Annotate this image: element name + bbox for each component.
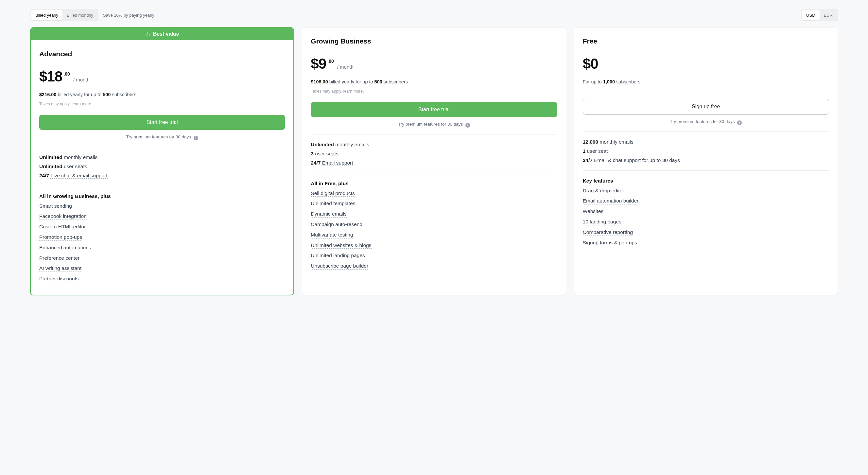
- feature-list: Sell digital products Unlimited template…: [311, 190, 557, 274]
- info-icon[interactable]: i: [194, 136, 198, 140]
- tax-line: Taxes may apply, learn more.: [311, 89, 557, 94]
- core-feature: 24/7 Email support: [311, 160, 557, 166]
- learn-more-link[interactable]: learn more: [343, 89, 363, 94]
- price-cents: .00: [328, 59, 334, 64]
- try-premium-line: Try premium features for 30 days i: [583, 119, 829, 124]
- feature-item: Email automation builder: [583, 198, 639, 204]
- feature-item: 10 landing pages: [583, 219, 621, 226]
- price-period: / month: [337, 64, 353, 70]
- plan-card-growing-business: Growing Business $9 .00 / month $108.00 …: [302, 27, 566, 295]
- feature-item: Signup forms & pop-ups: [583, 240, 637, 246]
- try-premium-line: Try premium features for 30 days i: [39, 135, 285, 140]
- feature-section-head: All in Growing Business, plus: [39, 193, 285, 199]
- feature-item: Sell digital products: [311, 190, 354, 197]
- feature-list: Drag & drop editor Email automation buil…: [583, 188, 829, 250]
- feature-item: Partner discounts: [39, 276, 79, 282]
- plan-name: Free: [583, 37, 829, 45]
- feature-section-head: All in Free, plus: [311, 181, 557, 186]
- top-bar: Billed yearly Billed monthly Save 10% by…: [30, 9, 838, 21]
- core-feature: 24/7 Live chat & email support: [39, 173, 285, 179]
- feature-item: Promotion pop-ups: [39, 234, 82, 241]
- feature-item: Drag & drop editor: [583, 188, 624, 194]
- feature-item: Dynamic emails: [311, 211, 346, 217]
- info-icon[interactable]: i: [737, 120, 742, 125]
- core-feature: 1 user seat: [583, 148, 829, 154]
- billed-monthly-tab[interactable]: Billed monthly: [62, 10, 97, 20]
- divider: [39, 147, 285, 147]
- feature-item: Campaign auto-resend: [311, 221, 362, 228]
- divider: [311, 173, 557, 173]
- core-feature: Unlimited monthly emails: [311, 142, 557, 148]
- price-main: $18: [39, 68, 62, 85]
- top-left-controls: Billed yearly Billed monthly Save 10% by…: [30, 9, 154, 21]
- price-row: $18 .00 / month: [39, 68, 285, 85]
- best-value-banner: Best value: [31, 28, 293, 40]
- billing-line: $216.00 billed yearly for up to 500 subs…: [39, 92, 285, 97]
- price-period: / month: [73, 77, 90, 83]
- price-main: $0: [583, 56, 598, 72]
- try-premium-line: Try premium features for 30 days i: [311, 122, 557, 127]
- divider: [583, 171, 829, 171]
- feature-item: Unsubscribe page builder: [311, 263, 368, 270]
- start-free-trial-button[interactable]: Start free trial: [39, 115, 285, 130]
- plan-card-advanced: Best value Advanced $18 .00 / month $216…: [30, 27, 294, 295]
- pricing-cards: Best value Advanced $18 .00 / month $216…: [30, 27, 838, 295]
- core-feature: Unlimited user seats: [39, 164, 285, 170]
- feature-item: Websites: [583, 208, 603, 215]
- save-hint: Save 10% by paying yearly: [103, 13, 154, 18]
- currency-eur-tab[interactable]: EUR: [819, 10, 837, 20]
- feature-item: Unlimited templates: [311, 201, 355, 207]
- start-free-trial-button[interactable]: Start free trial: [311, 102, 557, 117]
- price-cents: .00: [63, 71, 70, 77]
- plan-name: Advanced: [39, 50, 285, 58]
- feature-item: Comparative reporting: [583, 229, 633, 236]
- divider: [583, 131, 829, 132]
- billing-line: $108.00 billed yearly for up to 500 subs…: [311, 79, 557, 84]
- feature-item: AI writing assistant: [39, 265, 82, 272]
- core-feature: 24/7 Email & chat support for up to 30 d…: [583, 157, 829, 163]
- feature-item: Unlimited websites & blogs: [311, 242, 371, 249]
- plan-card-free: Free $0 For up to 1,000 subscribers Sign…: [574, 27, 838, 295]
- tax-line: Taxes may apply, learn more.: [39, 102, 285, 106]
- feature-item: Custom HTML editor: [39, 224, 86, 230]
- feature-list: Smart sending Facebook integration Custo…: [39, 203, 285, 287]
- core-feature: 12,000 monthly emails: [583, 139, 829, 145]
- feature-item: Smart sending: [39, 203, 72, 210]
- billing-line: For up to 1,000 subscribers: [583, 79, 829, 84]
- price-main: $9: [311, 56, 326, 72]
- info-icon[interactable]: i: [465, 123, 470, 127]
- best-value-label: Best value: [153, 31, 179, 37]
- feature-item: Enhanced automations: [39, 245, 91, 251]
- divider: [39, 186, 285, 186]
- sign-up-free-button[interactable]: Sign up free: [583, 99, 829, 115]
- price-row: $9 .00 / month: [311, 56, 557, 72]
- currency-usd-tab[interactable]: USD: [802, 10, 819, 20]
- sparkle-icon: [145, 31, 150, 37]
- feature-item: Multivariate testing: [311, 232, 353, 238]
- learn-more-link[interactable]: learn more: [72, 102, 91, 106]
- billing-period-toggle: Billed yearly Billed monthly: [30, 9, 98, 21]
- feature-item: Unlimited landing pages: [311, 253, 365, 259]
- price-row: $0: [583, 56, 829, 72]
- currency-toggle: USD EUR: [801, 9, 838, 21]
- feature-item: Preference center: [39, 255, 80, 262]
- core-feature: Unlimited monthly emails: [39, 154, 285, 160]
- plan-name: Growing Business: [311, 37, 557, 45]
- core-feature: 3 user seats: [311, 151, 557, 157]
- feature-section-head: Key features: [583, 178, 829, 184]
- billed-yearly-tab[interactable]: Billed yearly: [31, 10, 62, 20]
- divider: [311, 134, 557, 135]
- feature-item: Facebook integration: [39, 213, 87, 220]
